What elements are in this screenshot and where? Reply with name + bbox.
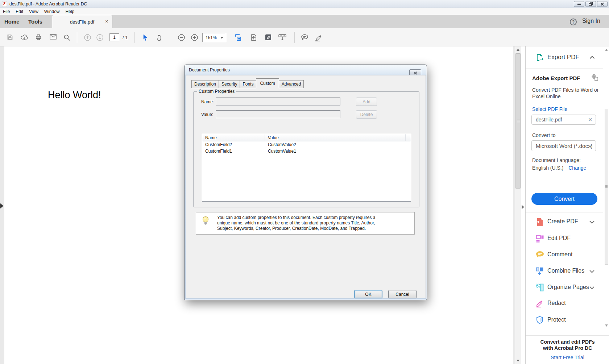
tab-home[interactable]: Home — [4, 15, 20, 28]
tab-document[interactable]: destFile.pdf ✕ — [52, 15, 112, 28]
menu-bar: File Edit View Window Help — [0, 8, 609, 15]
promo-line1: Convert and edit PDFs — [526, 339, 609, 345]
zoom-out-icon[interactable] — [178, 34, 185, 41]
help-icon[interactable]: ? — [570, 18, 577, 25]
ok-button[interactable]: OK — [354, 290, 382, 298]
chevron-down-icon[interactable] — [589, 220, 594, 224]
row-value: CustomValue2 — [265, 141, 406, 148]
menu-help[interactable]: Help — [63, 8, 78, 15]
tab-security[interactable]: Security — [219, 80, 240, 88]
tab-advanced[interactable]: Advanced — [279, 80, 304, 88]
app-icon — [2, 1, 7, 7]
export-pdf-header[interactable]: Export PDF — [526, 46, 603, 69]
sidebar-scrollbar-thumb[interactable] — [605, 109, 608, 265]
document-scrollbar-thumb[interactable] — [515, 53, 521, 189]
select-pdf-file-link[interactable]: Select PDF File — [532, 106, 567, 112]
value-input[interactable] — [216, 110, 340, 118]
document-language-label: Document Language: — [532, 157, 581, 163]
chevron-down-icon[interactable] — [589, 286, 594, 289]
create-pdf-icon — [535, 218, 544, 227]
name-label: Name: — [201, 99, 214, 104]
table-row[interactable]: CustomField1 CustomValue1 — [202, 148, 411, 154]
convert-button[interactable]: Convert — [531, 193, 597, 205]
tool-protect[interactable]: Protect — [526, 315, 603, 326]
tab-tools[interactable]: Tools — [28, 15, 42, 28]
edit-pdf-icon — [535, 234, 544, 243]
fullscreen-icon[interactable] — [265, 34, 272, 41]
scroll-down-icon[interactable] — [515, 358, 521, 364]
info-text: You can add custom properties to this do… — [217, 215, 381, 231]
page-total-label: / 1 — [123, 35, 128, 40]
select-tool-icon[interactable] — [142, 34, 148, 41]
tab-custom[interactable]: Custom — [256, 78, 279, 88]
email-icon[interactable] — [49, 34, 57, 40]
sidebar-scrollbar[interactable] — [604, 46, 609, 335]
tools-sidebar: Export PDF Adobe Export PDF Convert PDF … — [525, 46, 609, 364]
zoom-level-select[interactable]: 151% — [202, 33, 226, 42]
name-input[interactable] — [216, 98, 340, 106]
tool-redact[interactable]: Redact — [526, 298, 603, 309]
start-free-trial-link[interactable]: Start Free Trial — [526, 355, 609, 360]
sign-in-button[interactable]: Sign In — [582, 18, 600, 24]
selected-file-field[interactable]: destFile.pdf ✕ — [531, 115, 596, 125]
delete-button[interactable]: Delete — [356, 110, 377, 119]
table-row[interactable]: CustomField2 CustomValue2 — [202, 141, 411, 148]
column-header-value[interactable]: Value — [265, 134, 406, 141]
document-language-value: English (U.S.) — [532, 165, 563, 171]
fit-page-icon[interactable] — [250, 34, 257, 41]
toolbar-dock-icon[interactable] — [278, 34, 287, 41]
left-panel-expander-icon[interactable] — [0, 203, 3, 208]
chevron-down-icon[interactable] — [589, 270, 594, 273]
clear-file-icon[interactable]: ✕ — [588, 117, 592, 123]
selected-file-name: destFile.pdf — [536, 117, 562, 123]
restore-button[interactable] — [585, 1, 596, 7]
divider — [526, 212, 603, 212]
menu-edit[interactable]: Edit — [13, 8, 26, 15]
page-number-input[interactable]: 1 — [109, 33, 119, 41]
app-window: destFile.pdf - Adobe Acrobat Reader DC F… — [0, 0, 609, 364]
save-icon[interactable] — [7, 34, 13, 41]
tool-edit-pdf[interactable]: Edit PDF — [526, 233, 603, 244]
scroll-up-icon[interactable] — [515, 47, 521, 53]
tool-comment[interactable]: Comment — [526, 250, 603, 261]
print-icon[interactable] — [35, 34, 42, 41]
next-page-icon[interactable] — [96, 34, 104, 41]
format-select[interactable]: Microsoft Word (*.docx) — [531, 140, 596, 151]
column-header-name[interactable]: Name — [202, 134, 265, 141]
menu-view[interactable]: View — [26, 8, 41, 15]
tool-label: Organize Pages — [547, 284, 589, 290]
tab-close-icon[interactable]: ✕ — [105, 19, 108, 24]
tab-fonts[interactable]: Fonts — [240, 80, 256, 88]
menu-window[interactable]: Window — [41, 8, 63, 15]
change-language-link[interactable]: Change — [568, 165, 586, 171]
document-scrollbar[interactable] — [515, 46, 521, 364]
share-upload-icon[interactable] — [20, 34, 28, 41]
close-button[interactable] — [597, 1, 608, 7]
sidebar-scroll-down-icon[interactable] — [604, 323, 609, 328]
protect-icon — [535, 316, 544, 324]
tab-description[interactable]: Description — [191, 80, 219, 88]
tool-organize-pages[interactable]: Organize Pages — [526, 282, 603, 293]
sidebar-scroll-up-icon[interactable] — [604, 47, 609, 53]
zoom-dropdown-icon — [220, 37, 223, 39]
search-icon[interactable] — [63, 34, 71, 41]
promo-line2: with Acrobat Pro DC — [526, 345, 609, 351]
tool-create-pdf[interactable]: Create PDF — [526, 217, 603, 228]
collapse-chevron-icon[interactable] — [589, 56, 595, 59]
highlighter-icon[interactable] — [314, 34, 323, 42]
table-header: Name Value — [202, 134, 411, 141]
properties-table[interactable]: Name Value CustomField2 CustomValue2 Cus… — [202, 134, 411, 202]
comment-bubble-icon[interactable] — [301, 34, 309, 41]
hand-tool-icon[interactable] — [156, 34, 163, 41]
add-button[interactable]: Add — [356, 98, 377, 106]
tool-combine-files[interactable]: Combine Files — [526, 266, 603, 277]
tool-label: Protect — [547, 317, 566, 323]
menu-file[interactable]: File — [0, 8, 13, 15]
cancel-button[interactable]: Cancel — [388, 290, 417, 298]
fit-width-icon[interactable] — [235, 34, 243, 41]
previous-page-icon[interactable] — [84, 34, 91, 41]
zoom-in-icon[interactable] — [191, 34, 198, 41]
sidebar-collapse-icon[interactable] — [522, 205, 524, 209]
minimize-button[interactable] — [574, 1, 584, 7]
info-box: You can add custom properties to this do… — [196, 212, 415, 235]
